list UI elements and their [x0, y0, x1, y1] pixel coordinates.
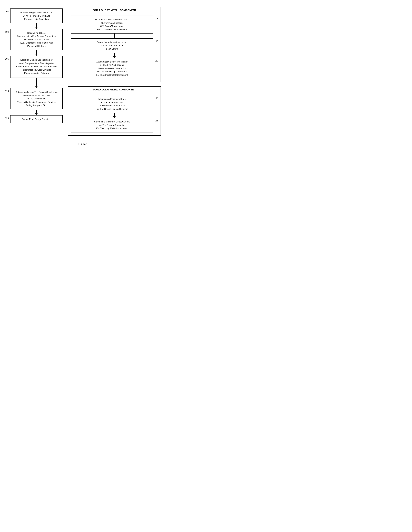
figure-caption: Figure 1	[5, 142, 161, 145]
right-step-num-114: 114	[153, 95, 158, 99]
arrow-line	[36, 110, 37, 113]
arrow-head	[35, 113, 38, 115]
step-box-118: Subsequently, Use The Design Constraints…	[10, 88, 63, 109]
arrow-line	[36, 50, 37, 54]
step-box-120: Output Final Design Structure	[10, 115, 63, 123]
arrow-line	[114, 113, 115, 116]
arrow-head	[35, 86, 38, 88]
arrow-106-118	[10, 78, 63, 88]
step-text-106: Establish Design Constraints For Metal C…	[16, 59, 57, 74]
right-arrow-110-112	[71, 53, 158, 58]
step-text-120: Output Final Design Structure	[22, 118, 51, 120]
right-step-text-116: Select This Maximum Direct Current As Th…	[94, 120, 130, 130]
long-section-header: FOR A LONG METAL COMPONENT	[68, 86, 161, 92]
step-box-102: Provide A High-Level Description Of An I…	[10, 9, 63, 23]
step-num-102: 102	[5, 9, 10, 13]
short-section-header: FOR A SHORT METAL COMPONENT	[68, 7, 161, 13]
right-step-num-108: 108	[153, 16, 158, 20]
right-step-row-116: Select This Maximum Direct Current As Th…	[71, 118, 158, 133]
right-step-num-116: 116	[153, 118, 158, 122]
diagram: 102 Provide A High-Level Description Of …	[5, 7, 161, 136]
step-num-120: 120	[5, 115, 10, 119]
right-step-box-112: Automatically Select The Higher Of The F…	[71, 58, 153, 79]
step-text-104: Receive And Store Customer-Specified Des…	[17, 32, 56, 48]
arrow-head	[35, 27, 38, 29]
right-step-row-114: Determine A Maximum Direct Current As A …	[71, 95, 158, 113]
step-row-106: 106 Establish Design Constraints For Met…	[5, 56, 63, 78]
arrow-line	[114, 53, 115, 57]
right-step-num-112: 112	[153, 58, 158, 62]
right-step-box-110: Determine A Second Maximum Direct Curren…	[71, 38, 153, 53]
right-step-box-116: Select This Maximum Direct Current As Th…	[71, 118, 153, 133]
right-step-box-114: Determine A Maximum Direct Current As A …	[71, 95, 153, 113]
right-step-row-112: Automatically Select The Higher Of The F…	[71, 58, 158, 79]
right-step-box-108: Determine A First Maximum Direct Current…	[71, 16, 153, 34]
right-arrow-108-110	[71, 34, 158, 38]
step-text-118: Subsequently, Use The Design Constraints…	[15, 91, 57, 106]
arrow-104-106	[10, 50, 63, 56]
step-num-118: 118	[5, 88, 10, 92]
step-box-104: Receive And Store Customer-Specified Des…	[10, 29, 63, 50]
step-row-104: 104 Receive And Store Customer-Specified…	[5, 29, 63, 50]
arrow-head	[35, 54, 38, 56]
step-box-106: Establish Design Constraints For Metal C…	[10, 56, 63, 78]
right-step-text-114: Determine A Maximum Direct Current As A …	[96, 98, 128, 110]
step-row-120: 120 Output Final Design Structure	[5, 115, 63, 123]
section-gap	[68, 82, 161, 86]
right-step-row-108: Determine A First Maximum Direct Current…	[71, 16, 158, 34]
arrow-102-104	[10, 23, 63, 29]
step-num-106: 106	[5, 56, 10, 60]
step-num-104: 104	[5, 29, 10, 33]
arrow-line	[36, 23, 37, 27]
right-step-row-110: Determine A Second Maximum Direct Curren…	[71, 38, 158, 53]
left-column: 102 Provide A High-Level Description Of …	[5, 7, 63, 136]
right-arrow-114-116	[71, 113, 158, 118]
short-section: FOR A SHORT METAL COMPONENT Determine A …	[68, 7, 161, 82]
arrow-line	[114, 33, 115, 37]
right-step-text-108: Determine A First Maximum Direct Current…	[95, 18, 128, 31]
long-section: FOR A LONG METAL COMPONENT Determine A M…	[68, 86, 161, 136]
step-row-102: 102 Provide A High-Level Description Of …	[5, 9, 63, 23]
arrow-line	[36, 78, 37, 86]
right-step-text-110: Determine A Second Maximum Direct Curren…	[97, 41, 127, 50]
right-step-text-112: Automatically Select The Higher Of The F…	[96, 60, 128, 76]
right-step-num-110: 110	[153, 38, 158, 43]
arrow-118-120	[10, 109, 63, 115]
step-row-118: 118 Subsequently, Use The Design Constra…	[5, 88, 63, 109]
short-section-body: Determine A First Maximum Direct Current…	[68, 13, 161, 82]
right-column: FOR A SHORT METAL COMPONENT Determine A …	[63, 7, 161, 136]
long-section-body: Determine A Maximum Direct Current As A …	[68, 92, 161, 136]
step-text-102: Provide A High-Level Description Of An I…	[20, 11, 52, 20]
